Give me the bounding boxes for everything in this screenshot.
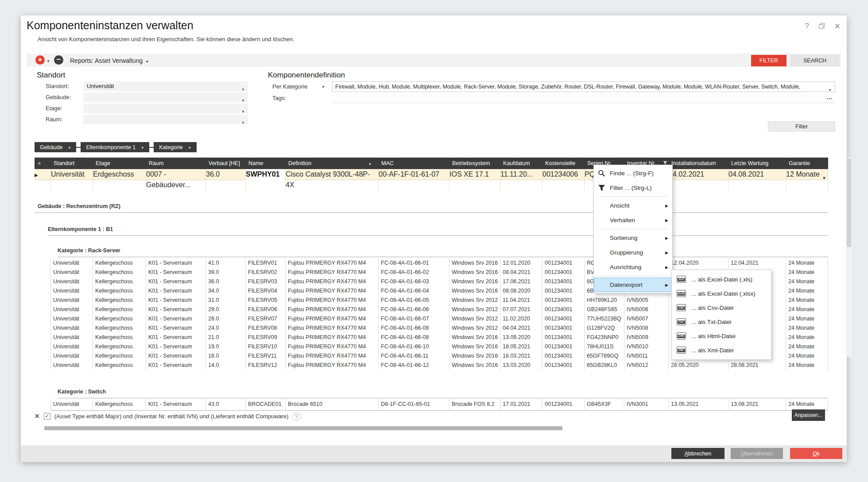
export-item-csv[interactable]: CSV... als Csv-Datei (672, 301, 771, 315)
row-selector-cell[interactable] (35, 361, 51, 370)
column-header-installationsdatum[interactable]: Installationsdatum (669, 158, 728, 169)
column-header-garantie[interactable]: Garantie (786, 158, 828, 169)
add-dropdown-caret-icon[interactable]: ▼ (46, 59, 50, 63)
kategorie-value-field[interactable]: Firewall, Module, Hub, Module, Multiplex… (332, 81, 835, 92)
menu-item-ansicht[interactable]: Ansicht▶ (594, 198, 672, 213)
table-cell: Fujitsu PRIMERGY RX4770 M4 (286, 342, 379, 351)
column-header-kaufdatum[interactable]: Kaufdatum (500, 158, 542, 169)
ok-button[interactable]: Ok (790, 448, 842, 459)
column-header-standort[interactable]: Standort (51, 158, 93, 169)
table-row[interactable]: UniversitätKellergeschossK01 - Serverrau… (35, 361, 828, 370)
column-header-etage[interactable]: Etage (93, 158, 146, 169)
field-dropdown[interactable]: ▼ (83, 104, 248, 113)
row-selector-cell[interactable] (35, 258, 51, 268)
group-header-gebaeude[interactable]: Gebäude : Rechenzentrum (RZ) (38, 203, 120, 209)
export-item-xml[interactable]: XML... als Xml-Datei (672, 343, 771, 357)
export-item-xls[interactable]: XLS... als Excel-Datei (.xls) (672, 272, 771, 286)
filter-funnel-icon[interactable] (292, 412, 301, 420)
table-row[interactable]: UniversitätKellergeschossK01 - Serverrau… (35, 399, 828, 410)
row-selector-cell[interactable] (35, 342, 51, 351)
menu-item-filter-strg-l-[interactable]: Filter ... (Strg-L) (594, 181, 672, 195)
menu-item-gruppierung[interactable]: Gruppierung▶ (594, 245, 672, 260)
group-chip-kategorie[interactable]: Kategorie▲ (154, 142, 196, 152)
table-cell: BROCADE01 (246, 399, 286, 410)
table-cell: 04.08.2021▼ (728, 169, 786, 190)
tags-input[interactable]: ... (332, 93, 835, 103)
row-selector-cell[interactable] (35, 305, 51, 314)
table-cell: GB45X3F (585, 399, 624, 410)
menu-item-verhalten[interactable]: Verhalten▶ (594, 213, 672, 228)
menu-item-finde-strg-f-[interactable]: Finde ... (Strg-F) (594, 166, 672, 181)
field-dropdown[interactable]: ▼ (83, 115, 248, 124)
row-selector-cell[interactable] (35, 277, 51, 286)
group-chip-gebäude[interactable]: Gebäude▲ (35, 142, 76, 152)
restore-window-icon[interactable] (819, 23, 825, 29)
group-header-elternkomponente[interactable]: Elternkomponente 1 : B1 (48, 226, 113, 232)
column-header-selector[interactable]: ✳ (35, 158, 51, 169)
table-cell: FILESRV07 (246, 314, 286, 324)
table-cell: Universität (51, 169, 93, 190)
remove-button[interactable]: − (54, 55, 63, 65)
row-selector-cell[interactable]: ▶ (35, 169, 51, 190)
column-header-raum[interactable]: Raum (146, 158, 206, 169)
column-header-betriebssystem[interactable]: Betriebssystem (450, 158, 500, 169)
add-button[interactable]: + (35, 55, 45, 65)
menu-item-sortierung[interactable]: Sortierung▶ (594, 231, 672, 245)
vertical-scrollbar[interactable] (846, 158, 852, 357)
table-cell: Kellergeschoss (93, 277, 146, 286)
column-header-verbaut-he-[interactable]: Verbaut [HE] (206, 158, 246, 169)
row-selector-cell[interactable] (35, 314, 51, 324)
remove-filter-icon[interactable]: ✕ (35, 413, 40, 420)
filter-small-button[interactable]: Filter (768, 121, 835, 131)
table-cell: Kellergeschoss (93, 361, 146, 370)
menu-item-label: Verhalten (610, 217, 635, 224)
column-header-kostenstelle[interactable]: Kostenstelle (542, 158, 585, 169)
row-selector-cell[interactable] (35, 268, 51, 277)
group-header-rack-server[interactable]: Kategorie : Rack-Server (58, 247, 120, 254)
column-header-mac[interactable]: MAC (379, 158, 450, 169)
table-cell: FC-08-4A-01-66-12 (379, 361, 450, 370)
row-selector-cell[interactable] (35, 286, 51, 296)
apply-button[interactable]: Übernehmen (731, 448, 783, 459)
row-selector-cell[interactable] (35, 351, 51, 361)
table-cell: Fujitsu PRIMERGY RX4770 M4 (286, 305, 379, 314)
ellipsis-button[interactable]: ... (826, 94, 833, 100)
row-selector-cell[interactable] (35, 324, 51, 333)
horizontal-scrollbar-thumb[interactable] (44, 426, 562, 430)
table-cell: 24 Monate (786, 296, 828, 305)
row-selector-cell[interactable] (35, 296, 51, 305)
cancel-button[interactable]: Abbrechen (671, 448, 725, 459)
field-dropdown[interactable]: ▼ (83, 93, 248, 102)
help-icon[interactable]: ? (805, 22, 809, 31)
group-chip-elternkomponente-1[interactable]: Elternkomponente 1▲ (81, 142, 149, 152)
field-dropdown[interactable]: Universität▼ (83, 81, 248, 91)
column-header-name[interactable]: Name (246, 158, 286, 169)
vertical-scrollbar-thumb[interactable] (847, 158, 851, 247)
filter-enabled-checkbox[interactable]: ✓ (44, 413, 50, 420)
table-cell: Fujitsu PRIMERGY RX4770 M4 (286, 361, 379, 370)
table-cell: Fujitsu PRIMERGY RX4770 M4 (286, 277, 379, 286)
selected-grid-row[interactable]: ▶UniversitätErdgeschoss0007 - Gebäudever… (35, 169, 828, 180)
row-selector-cell[interactable] (35, 333, 51, 342)
close-icon[interactable]: ✕ (834, 22, 841, 31)
table-cell: 29.0 (206, 305, 246, 314)
submenu-arrow-icon: ▶ (665, 218, 668, 223)
menu-item-datenexport[interactable]: Datenexport▶ (594, 278, 672, 292)
column-header-letzte-wartung[interactable]: Letzte Wartung (728, 158, 786, 169)
search-main-button[interactable]: SEARCH (790, 55, 840, 66)
filter-main-button[interactable]: FILTER (751, 55, 787, 66)
export-item-htm[interactable]: HTM... als Html-Datei (672, 329, 771, 343)
menu-item-ausrichtung[interactable]: Ausrichtung▶ (594, 260, 672, 274)
row-selector-cell[interactable] (35, 399, 51, 410)
export-item-xlsx[interactable]: XLSX... als Excel-Datei (.xlsx) (672, 286, 771, 301)
table-cell: 17.06.2021 (500, 277, 542, 286)
chevron-down-icon[interactable]: ▼ (822, 173, 826, 184)
group-header-switch[interactable]: Kategorie : Switch (58, 389, 106, 395)
per-kategorie-caret-icon[interactable]: ▼ (322, 85, 325, 89)
table-row[interactable]: UniversitätKellergeschossK01 - Serverrau… (35, 258, 828, 268)
column-header-definition[interactable]: Definition▲ (286, 158, 379, 169)
reports-dropdown[interactable]: Reports: Asset Verwaltung▼ (70, 57, 149, 64)
anpassen-button[interactable]: Anpassen... (792, 409, 825, 421)
table-cell: 001234001 (542, 296, 585, 305)
export-item-txt[interactable]: TXT... als Txt-Datei (672, 315, 771, 329)
